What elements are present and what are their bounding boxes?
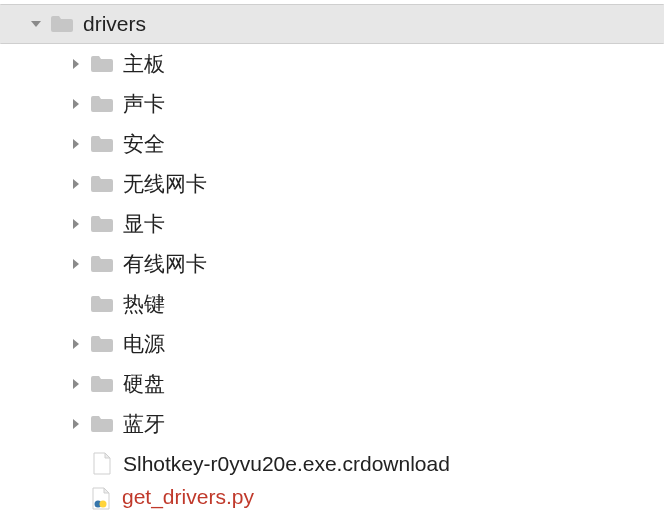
tree-item-label: get_drivers.py [122, 484, 254, 508]
tree-item-label: 电源 [123, 333, 165, 355]
tree-item-label: 热键 [123, 293, 165, 315]
disclosure-right-icon[interactable] [65, 418, 87, 430]
tree-row-root[interactable]: drivers [0, 4, 664, 44]
disclosure-right-icon[interactable] [65, 258, 87, 270]
tree-item-label: 安全 [123, 133, 165, 155]
tree-row[interactable]: 硬盘 [0, 364, 664, 404]
tree-row[interactable]: 安全 [0, 124, 664, 164]
svg-point-1 [100, 501, 107, 508]
folder-icon [47, 14, 77, 34]
disclosure-right-icon[interactable] [65, 138, 87, 150]
folder-icon [87, 414, 117, 434]
disclosure-right-icon[interactable] [65, 218, 87, 230]
disclosure-down-icon[interactable] [25, 18, 47, 30]
tree-row[interactable]: 有线网卡 [0, 244, 664, 284]
tree-row[interactable]: 显卡 [0, 204, 664, 244]
disclosure-right-icon[interactable] [65, 98, 87, 110]
disclosure-right-icon[interactable] [65, 338, 87, 350]
tree-row[interactable]: 电源 [0, 324, 664, 364]
tree-item-label: 声卡 [123, 93, 165, 115]
tree-row[interactable]: 蓝牙 [0, 404, 664, 444]
folder-icon [87, 134, 117, 154]
tree-row[interactable]: 声卡 [0, 84, 664, 124]
tree-item-label: 硬盘 [123, 373, 165, 395]
tree-item-label: 有线网卡 [123, 253, 207, 275]
disclosure-right-icon[interactable] [65, 58, 87, 70]
tree-row[interactable]: Slhotkey-r0yvu20e.exe.crdownload [0, 444, 664, 484]
file-icon [87, 452, 117, 476]
disclosure-spacer [64, 484, 86, 486]
tree-item-label: 蓝牙 [123, 413, 165, 435]
folder-icon [87, 294, 117, 314]
tree-row[interactable]: 无线网卡 [0, 164, 664, 204]
folder-icon [87, 214, 117, 234]
tree-item-label: 显卡 [123, 213, 165, 235]
tree-item-label: 主板 [123, 53, 165, 75]
tree-row[interactable]: 热键 [0, 284, 664, 324]
file-tree: drivers 主板声卡安全无线网卡显卡有线网卡热键电源硬盘蓝牙Slhotkey… [0, 0, 664, 512]
disclosure-right-icon[interactable] [65, 178, 87, 190]
tree-children: 主板声卡安全无线网卡显卡有线网卡热键电源硬盘蓝牙Slhotkey-r0yvu20… [0, 44, 664, 484]
tree-item-label: 无线网卡 [123, 173, 207, 195]
disclosure-right-icon[interactable] [65, 378, 87, 390]
folder-icon [87, 334, 117, 354]
folder-icon [87, 254, 117, 274]
folder-icon [87, 54, 117, 74]
tree-row-partial[interactable]: get_drivers.py [0, 484, 664, 512]
folder-icon [87, 94, 117, 114]
tree-item-label: drivers [83, 13, 146, 35]
python-file-icon [86, 484, 116, 511]
folder-icon [87, 374, 117, 394]
folder-icon [87, 174, 117, 194]
tree-row[interactable]: 主板 [0, 44, 664, 84]
tree-item-label: Slhotkey-r0yvu20e.exe.crdownload [123, 453, 450, 475]
